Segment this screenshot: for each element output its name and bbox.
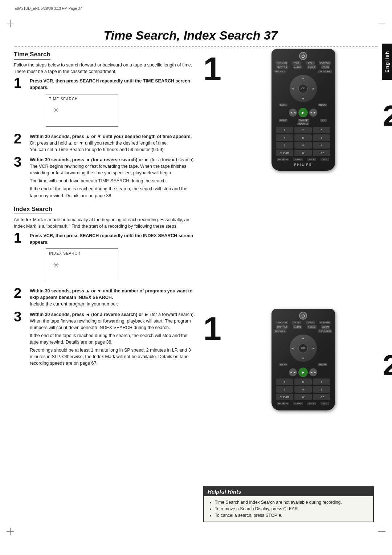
subtitle-btn-2[interactable]: SUBTITLE [276,325,289,329]
dpad-2[interactable]: OK ▲ ▼ ◄ ► [290,335,317,362]
vcr-plus-btn-2[interactable]: VCR Plus [319,321,331,324]
dpad-left-2[interactable]: ◄ [291,347,294,350]
repeat13-btn[interactable]: REPEAT 1/3 [297,122,309,125]
search-btn[interactable]: SEARCH [293,158,303,161]
play-btn-2[interactable]: ► [298,368,308,377]
num-5[interactable]: 5 [294,134,312,141]
vcr-btn-2[interactable]: VCR [292,321,301,324]
dpad-right[interactable]: ► [312,87,315,90]
disc-vcr-btn[interactable]: DISC/VCR [274,70,286,73]
num-2[interactable]: 2 [294,127,312,133]
num-4b[interactable]: 4 [276,378,293,385]
ffw-btn[interactable]: ►► [309,109,317,117]
disc-vcr-btn-2[interactable]: DISC/VCR [274,329,286,333]
ok-button-2[interactable]: OK [298,344,308,353]
dpad-up[interactable]: ▲ [302,76,305,80]
setup-btn-2[interactable]: DVD SETUP [318,329,332,333]
power-button-2[interactable]: ⏻ [299,312,307,320]
power-btn-row: ⏻ [274,52,333,60]
zoom-btn-2[interactable]: ZOOM [321,325,330,329]
audio-btn-2[interactable]: AUDIO [293,325,302,329]
display-btn-2[interactable]: DISPLAY [318,363,327,366]
plus10-btn[interactable]: +10 [313,150,330,156]
step2-text: Or, press and hold ▲ or ▼ until you reac… [30,141,168,146]
num-0b[interactable]: 0 [294,394,312,400]
audio-btn[interactable]: AUDIO [293,65,302,69]
ch-btn[interactable]: CH [320,119,327,122]
num-4[interactable]: 4 [276,134,293,141]
num-7[interactable]: 7 [276,142,293,149]
dpad-right-2[interactable]: ► [312,347,315,350]
helpful-hints-heading: Helpful Hints [204,487,373,496]
index-search-screen: INDEX SEARCH ✳ [46,248,118,281]
title-btn[interactable]: TITLE [320,158,329,161]
rew-btn[interactable]: ◄◄ [289,109,297,117]
angle-btn[interactable]: ANGLE [307,65,316,69]
numpad: 1 2 3 4 5 6 7 8 9 CLEAR 0 +10 [276,127,331,156]
mode-btn-2[interactable]: MODE [307,402,316,405]
num-7b[interactable]: 7 [276,386,293,393]
tv-video-btn-2[interactable]: TV/VIDEO [275,321,288,324]
dpad-down-2[interactable]: ▼ [302,357,305,360]
left-column: Time Search Follow the steps below to se… [14,51,195,370]
num-3[interactable]: 3 [313,127,330,133]
num-0[interactable]: 0 [294,150,312,156]
mode-btn[interactable]: MODE [307,158,316,161]
rew-btn-2[interactable]: ◄◄ [289,368,297,376]
repeat-btn[interactable]: REPEAT [279,119,287,122]
zoom-btn[interactable]: ZOOM [321,65,330,69]
numpad-2: 4 5 6 7 8 9 CLEAR 0 +10 [276,378,331,400]
hint-1: Time Search and Index Search are not ava… [215,499,369,506]
step3-content: Within 30 seconds, press ◄ (for a revers… [30,157,195,199]
plus10-btn-2[interactable]: +10 [313,394,330,400]
clear-btn[interactable]: CLEAR [276,150,293,156]
ffw-btn-2[interactable]: ►► [309,368,317,376]
dvd-btn[interactable]: DVD [306,61,315,65]
num-6b[interactable]: 6 [313,378,330,385]
back-btn[interactable]: BACK ↩ [279,104,287,106]
clear-btn-2[interactable]: CLEAR [276,394,293,400]
timer-set-btn[interactable]: TIMER SET [298,119,309,122]
step3-number: 3 [14,155,27,169]
time-search-section: Time Search Follow the steps below to se… [14,51,195,199]
dpad[interactable]: OK ▲ ▼ ◄ ► [290,75,317,102]
vcr-plus-btn[interactable]: VCR Plus [319,61,331,65]
top-btn-row: TV/VIDEO VCR DVD VCR Plus [274,61,333,65]
rec-mode-btn-2[interactable]: REC MODE [277,402,289,405]
big-number-1: 1 [203,53,221,85]
num-9[interactable]: 9 [313,142,330,149]
dpad-down[interactable]: ▼ [302,97,305,101]
title-btn-2[interactable]: TITLE [320,402,329,405]
section-divider [14,46,378,47]
power-button[interactable]: ⏻ [299,52,307,60]
rec-mode-btn[interactable]: REC MODE [277,158,289,161]
search-btn-2[interactable]: SEARCH [293,402,303,405]
num-1[interactable]: 1 [276,127,293,133]
power-btn-row-2: ⏻ [274,312,333,320]
display-btn[interactable]: DISPLAY [318,104,327,106]
setup-btn[interactable]: DVD SETUP [318,70,332,73]
play-btn[interactable]: ► [298,108,308,117]
angle-btn-2[interactable]: ANGLE [307,325,316,329]
ok-button[interactable]: OK [298,84,308,93]
dvd-btn-2[interactable]: DVD [306,321,315,324]
step2-number: 2 [14,132,27,146]
back-btn-2[interactable]: BACK ↩ [279,363,287,366]
vcr-btn[interactable]: VCR [292,61,301,65]
num-6[interactable]: 6 [313,134,330,141]
time-search-heading: Time Search [14,51,50,60]
top-btn-row-2: TV/VIDEO VCR DVD VCR Plus [274,321,333,324]
num-5b[interactable]: 5 [294,378,312,385]
bottom-row-2: REC MODE SEARCH MODE TITLE [275,402,331,405]
idx-step3-extra: If the end of the tape is reached during… [30,332,195,345]
dpad-left[interactable]: ◄ [291,87,294,90]
idx-step3-note: Recordings should be at least 1 minute l… [30,347,195,366]
num-8b[interactable]: 8 [294,386,312,393]
num-8[interactable]: 8 [294,142,312,149]
dpad-up-2[interactable]: ▲ [302,336,305,340]
num-9b[interactable]: 9 [313,386,330,393]
subtitle-btn[interactable]: SUBTITLE [276,65,289,69]
index-step1: 1 Press VCR, then press SEARCH repeatedl… [14,232,195,284]
tv-video-btn[interactable]: TV/VIDEO [275,61,288,65]
step1-number: 1 [14,76,27,90]
